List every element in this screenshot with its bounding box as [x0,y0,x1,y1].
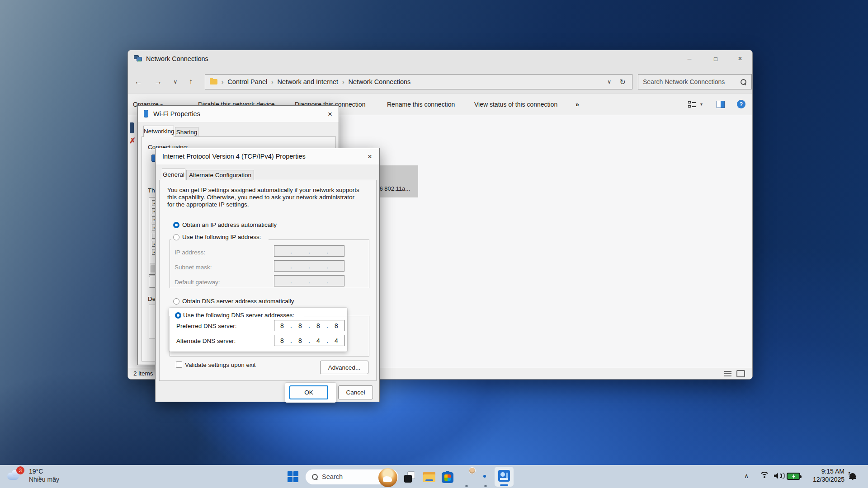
taskbar: 3 19°C Nhiều mây Search ∧ [0,465,868,488]
default-gateway-label: Default gateway: [175,279,220,286]
preview-pane-icon[interactable] [717,101,725,108]
tab-networking[interactable]: Networking [143,126,174,137]
file-explorer-button[interactable] [423,472,435,482]
active-app-button[interactable] [495,467,514,487]
start-button[interactable] [288,471,298,482]
search-icon [741,79,747,85]
location-folder-icon [210,79,217,84]
do-not-disturb-z: z [849,471,851,475]
view-options-arrow-icon[interactable]: ▾ [700,102,703,107]
breadcrumb-control-panel[interactable]: Control Panel [227,78,267,85]
view-options-icon[interactable] [688,101,696,108]
taskbar-search-box[interactable]: Search [305,469,399,485]
wifi-dialog-close-icon[interactable]: × [325,109,335,119]
radio-use-ip-label[interactable]: Use the following IP address: [182,234,261,240]
weather-temperature: 19°C [29,468,43,475]
alternate-dns-field[interactable]: 8. 8. 4. 4 [274,335,344,346]
address-bar-row: ← → ∨ ↑ › Control Panel › Network and In… [128,67,752,94]
maximize-button[interactable]: □ [705,50,726,67]
ip-address-field[interactable]: ... [274,245,344,257]
radio-obtain-ip[interactable] [173,222,179,228]
up-button[interactable]: ↑ [184,75,198,88]
chrome-profile-avatar [469,467,476,474]
close-button[interactable]: × [730,50,750,67]
recent-locations-chevron-icon[interactable]: ∨ [169,75,182,88]
validate-checkbox-label[interactable]: Validate settings upon exit [185,361,256,368]
tray-overflow-chevron-icon[interactable]: ∧ [744,472,749,479]
back-button[interactable]: ← [132,75,145,88]
ipv4-properties-dialog: Internet Protocol Version 4 (TCP/IPv4) P… [155,148,380,402]
radio-obtain-ip-label[interactable]: Obtain an IP address automatically [182,221,277,228]
radio-use-dns-label[interactable]: Use the following DNS server addresses: [183,312,294,319]
help-icon[interactable]: ? [737,100,745,108]
tab-sharing[interactable]: Sharing [175,127,198,137]
breadcrumb-network-and-internet[interactable]: Network and Internet [278,78,339,85]
clock-time: 9:15 AM [801,467,844,476]
search-highlight-image [378,468,397,487]
rename-connection-command[interactable]: Rename this connection [387,101,455,108]
ipv4-dialog-close-icon[interactable]: × [365,152,375,162]
validate-checkbox[interactable] [176,361,182,368]
disabled-adapter-x-icon: ✗ [129,136,136,145]
tab-general[interactable]: General [162,169,185,180]
subnet-mask-field[interactable]: ... [274,260,344,272]
large-icons-view-icon[interactable] [736,370,745,377]
minimize-button[interactable]: – [679,50,700,67]
weather-condition: Nhiều mây [29,476,59,483]
adapter-icon-fragment [130,122,134,133]
default-gateway-field[interactable]: ... [274,275,344,286]
ipv4-intro-text: You can get IP settings assigned automat… [167,187,359,208]
radio-use-dns[interactable] [175,312,181,319]
cancel-button[interactable]: Cancel [338,385,373,399]
tab-alternate-configuration[interactable]: Alternate Configuration [186,170,254,180]
breadcrumb-separator-icon: › [342,79,344,85]
ip-address-label: IP address: [175,249,205,256]
taskbar-search-label: Search [322,473,343,480]
wifi-dialog-titlebar: Wi-Fi Properties × [138,106,339,122]
ok-button[interactable]: OK [289,385,328,399]
clock-date: 12/30/2025 [801,476,844,483]
battery-tray-icon[interactable] [787,473,800,480]
breadcrumb-separator-icon: › [271,79,273,85]
view-status-command[interactable]: View status of this connection [474,101,557,108]
wifi-adapter-device-icon [144,110,148,117]
toolbar-overflow-icon[interactable]: » [576,101,579,108]
ipv4-dialog-title: Internet Protocol Version 4 (TCP/IPv4) P… [162,153,306,160]
wifi-dialog-title: Wi-Fi Properties [153,110,200,117]
radio-obtain-dns[interactable] [173,298,179,305]
window-titlebar[interactable]: Network Connections – □ × [128,50,752,67]
alternate-dns-label: Alternate DNS server: [176,338,236,344]
radio-use-ip[interactable] [173,234,179,240]
weather-widget[interactable]: 3 19°C Nhiều mây [4,466,85,488]
chrome-running-indicator [465,485,468,487]
refresh-icon[interactable]: ↻ [620,78,626,86]
microsoft-store-button[interactable] [442,471,453,483]
address-bar[interactable]: › Control Panel › Network and Internet ›… [205,74,632,89]
search-icon [312,474,318,480]
item-count: 2 items [133,370,153,377]
address-dropdown-chevron-icon[interactable]: ∨ [607,79,611,85]
forward-button[interactable]: → [151,75,165,88]
task-view-button[interactable] [404,471,415,483]
details-view-icon[interactable] [724,371,731,377]
ipv4-dialog-titlebar: Internet Protocol Version 4 (TCP/IPv4) P… [156,148,379,164]
subnet-mask-label: Subnet mask: [175,264,212,271]
radio-obtain-dns-label[interactable]: Obtain DNS server address automatically [182,298,294,305]
window-title: Network Connections [146,55,208,62]
clock[interactable]: 9:15 AM 12/30/2025 [801,467,844,486]
breadcrumb-separator-icon: › [222,79,223,85]
preferred-dns-field[interactable]: 8. 8. 8. 8 [274,320,344,331]
preferred-dns-label: Preferred DNS server: [176,323,237,329]
search-box[interactable]: Search Network Connections [638,74,752,89]
breadcrumb-network-connections[interactable]: Network Connections [349,78,411,85]
advanced-button[interactable]: Advanced... [320,361,368,374]
settings-running-indicator [484,485,487,487]
weather-alert-badge: 3 [16,466,24,474]
search-placeholder: Search Network Connections [643,78,725,85]
